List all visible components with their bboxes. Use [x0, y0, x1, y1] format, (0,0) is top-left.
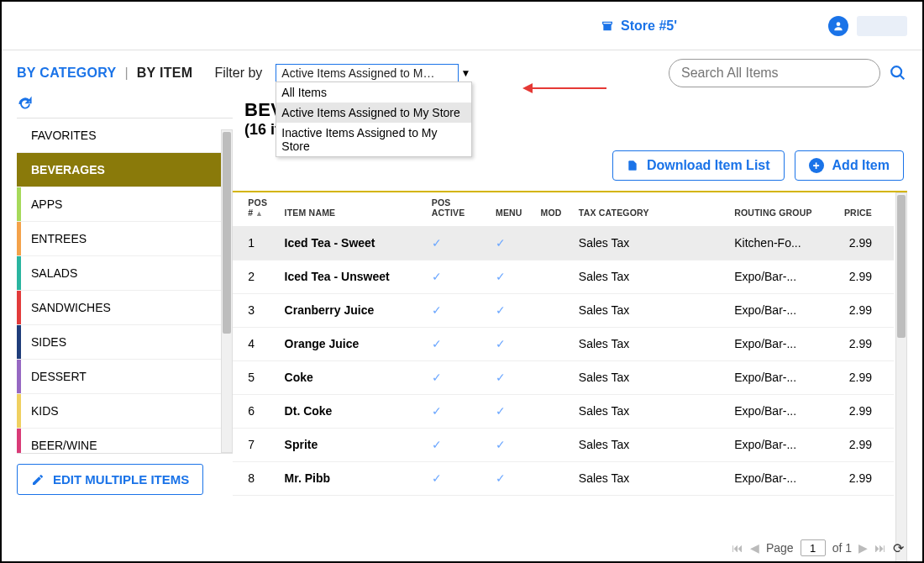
col-mod[interactable]: MOD [536, 192, 574, 226]
pager-next-icon[interactable]: ▶ [858, 541, 868, 555]
cell-price: 2.99 [825, 327, 894, 360]
check-icon: ✓ [432, 371, 442, 384]
col-price[interactable]: PRICE [825, 192, 894, 226]
item-table-wrap: POS # ITEM NAME POS ACTIVE MENU MOD TAX … [233, 191, 907, 563]
sidebar-category-item[interactable]: BEER/WINE [17, 429, 233, 454]
cell-tax: Sales Tax [574, 461, 729, 495]
cell-menu: ✓ [491, 394, 536, 428]
table-row[interactable]: 6Dt. Coke✓✓Sales TaxExpo/Bar-...2.99 [233, 394, 894, 428]
cell-routing: Expo/Bar-... [729, 293, 824, 327]
category-color-stripe [17, 222, 21, 255]
cell-item-name: Dt. Coke [280, 394, 427, 428]
cell-pos: 1 [243, 226, 279, 260]
cell-menu: ✓ [491, 260, 536, 293]
annotation-arrow-icon [522, 83, 606, 93]
pager-refresh-icon[interactable]: ⟳ [893, 540, 904, 556]
table-row[interactable]: 2Iced Tea - Unsweet✓✓Sales TaxExpo/Bar-.… [233, 260, 894, 293]
check-icon: ✓ [432, 236, 442, 250]
cell-menu: ✓ [491, 327, 536, 360]
pager-page-label: Page [766, 541, 794, 555]
filter-dropdown: All ItemsActive Items Assigned to My Sto… [276, 82, 472, 157]
table-row[interactable]: 7Sprite✓✓Sales TaxExpo/Bar-...2.99 [233, 428, 894, 461]
cell-pos: 4 [243, 327, 279, 360]
sidebar-category-item[interactable]: BEVERAGES [17, 153, 233, 187]
cell-mod [536, 428, 574, 461]
edit-multiple-button[interactable]: EDIT MULTIPLE ITEMS [17, 464, 203, 495]
cell-menu: ✓ [491, 293, 536, 327]
cell-menu: ✓ [491, 461, 536, 495]
tab-by-category[interactable]: BY CATEGORY [17, 66, 117, 81]
sidebar-category-item[interactable]: KIDS [17, 394, 233, 429]
col-item-name[interactable]: ITEM NAME [280, 192, 427, 226]
check-icon: ✓ [496, 270, 506, 283]
col-menu[interactable]: MENU [491, 192, 536, 226]
category-label: SALADS [31, 266, 77, 280]
pager-prev-icon[interactable]: ◀ [750, 541, 759, 555]
check-icon: ✓ [496, 404, 506, 418]
sidebar-category-item[interactable]: SANDWICHES [17, 291, 233, 325]
table-row[interactable]: 3Cranberry Juice✓✓Sales TaxExpo/Bar-...2… [233, 293, 894, 327]
sidebar-category-item[interactable]: ENTREES [17, 222, 233, 256]
pager-page-input[interactable] [801, 539, 826, 556]
cell-item-name: Iced Tea - Unsweet [280, 260, 427, 293]
sidebar-refresh[interactable] [17, 96, 233, 113]
check-icon: ✓ [496, 438, 506, 451]
download-item-list-button[interactable]: Download Item List [612, 150, 785, 181]
user-avatar-icon[interactable] [828, 16, 848, 36]
cell-tax: Sales Tax [574, 428, 729, 461]
category-label: DESSERT [31, 370, 87, 383]
pager: ⏮ ◀ Page of 1 ▶ ⏭ ⟳ [732, 539, 904, 556]
main: FAVORITESBEVERAGESAPPSENTREESSALADSSANDW… [2, 87, 922, 563]
category-color-stripe [17, 394, 21, 428]
category-label: BEVERAGES [31, 163, 105, 176]
cell-tax: Sales Tax [574, 293, 729, 327]
search-input[interactable] [669, 59, 880, 87]
sidebar-scrollbar[interactable] [221, 129, 233, 453]
edit-multiple-label: EDIT MULTIPLE ITEMS [53, 472, 189, 487]
sidebar-category-item[interactable]: APPS [17, 187, 233, 222]
table-row[interactable]: 5Coke✓✓Sales TaxExpo/Bar-...2.99 [233, 360, 894, 394]
col-routing[interactable]: ROUTING GROUP [729, 192, 824, 226]
col-pos-active[interactable]: POS ACTIVE [427, 192, 491, 226]
sidebar-category-item[interactable]: SALADS [17, 256, 233, 291]
cell-item-name: Coke [280, 360, 427, 394]
cell-tax: Sales Tax [574, 394, 729, 428]
col-tax[interactable]: TAX CATEGORY [574, 192, 729, 226]
col-pos[interactable]: POS # [243, 192, 279, 226]
category-label: BEER/WINE [31, 439, 97, 452]
sidebar-category-item[interactable]: FAVORITES [17, 118, 233, 153]
pager-first-icon[interactable]: ⏮ [732, 541, 743, 555]
svg-point-0 [837, 22, 841, 26]
table-scrollbar-thumb[interactable] [897, 195, 906, 338]
cell-item-name: Iced Tea - Sweet [280, 226, 427, 260]
cell-tax: Sales Tax [574, 226, 729, 260]
filter-label: Filter by [214, 66, 262, 81]
tab-by-item[interactable]: BY ITEM [137, 66, 193, 81]
table-header: POS # ITEM NAME POS ACTIVE MENU MOD TAX … [233, 192, 894, 226]
category-color-stripe [17, 256, 21, 290]
cell-item-name: Mr. Pibb [280, 461, 427, 495]
cell-price: 2.99 [825, 461, 894, 495]
search-icon[interactable] [889, 64, 907, 82]
filter-option[interactable]: All Items [276, 82, 471, 103]
sidebar-category-item[interactable]: SIDES [17, 325, 233, 360]
category-label: SANDWICHES [31, 301, 111, 314]
table-row[interactable]: 8Mr. Pibb✓✓Sales TaxExpo/Bar-...2.99 [233, 461, 894, 495]
svg-point-1 [891, 66, 901, 76]
top-bar: Store #5' [2, 2, 922, 50]
filter-option[interactable]: Active Items Assigned to My Store [276, 103, 471, 123]
filter-option[interactable]: Inactive Items Assigned to My Store [276, 123, 471, 156]
cell-pos-active: ✓ [427, 461, 491, 495]
store-selector[interactable]: Store #5' [601, 18, 677, 34]
table-row[interactable]: 4Orange Juice✓✓Sales TaxExpo/Bar-...2.99 [233, 327, 894, 360]
add-item-button[interactable]: + Add Item [795, 150, 904, 181]
category-color-stripe [17, 429, 21, 454]
download-label: Download Item List [647, 158, 770, 173]
category-color-stripe [17, 325, 21, 359]
table-scrollbar[interactable] [895, 192, 907, 563]
table-row[interactable]: 1Iced Tea - Sweet✓✓Sales TaxKitchen-Fo..… [233, 226, 894, 260]
filter-select[interactable]: Active Items Assigned to My Store [276, 64, 459, 82]
sidebar-category-item[interactable]: DESSERT [17, 360, 233, 394]
sidebar-scrollbar-thumb[interactable] [223, 132, 231, 334]
pager-last-icon[interactable]: ⏭ [874, 541, 886, 555]
